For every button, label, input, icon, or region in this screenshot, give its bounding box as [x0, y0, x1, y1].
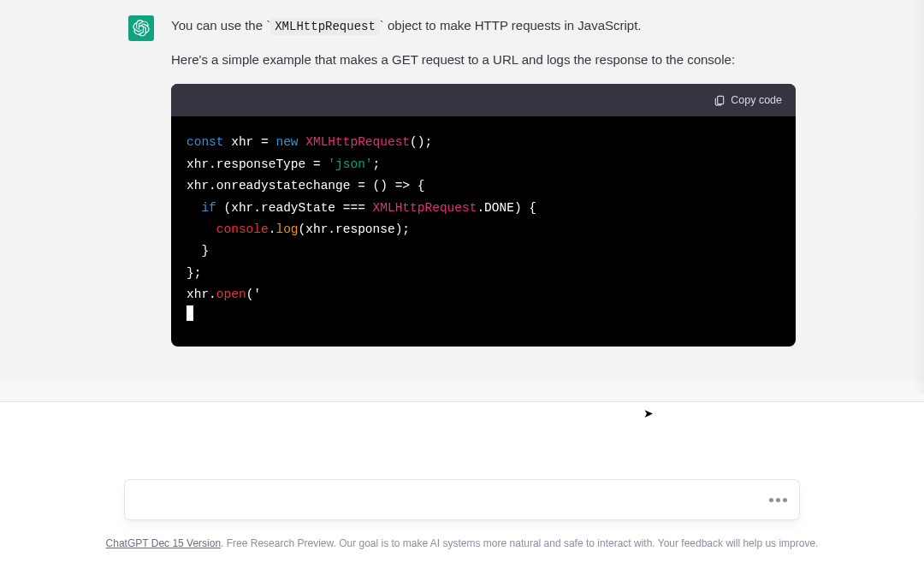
text-segment: object to make HTTP requests in JavaScri…	[384, 18, 642, 33]
code-block-header: Copy code	[171, 84, 796, 116]
assistant-message-row: You can use the `XMLHttpRequest` object …	[128, 15, 796, 347]
typing-cursor	[187, 305, 193, 321]
chat-input[interactable]	[124, 479, 800, 520]
scrollbar-track[interactable]	[914, 0, 924, 394]
message-paragraph-2: Here's a simple example that makes a GET…	[171, 50, 796, 70]
assistant-message-content: You can use the `XMLHttpRequest` object …	[171, 15, 796, 347]
disclaimer-text: . Free Research Preview. Our goal is to …	[221, 537, 818, 549]
inline-code: XMLHttpRequest	[270, 18, 380, 35]
assistant-avatar	[128, 15, 154, 41]
clipboard-icon	[714, 94, 726, 106]
footer-disclaimer: ChatGPT Dec 15 Version. Free Research Pr…	[34, 536, 890, 563]
copy-code-button[interactable]: Copy code	[714, 94, 782, 106]
version-link[interactable]: ChatGPT Dec 15 Version	[106, 537, 222, 549]
text-segment: You can use the	[171, 18, 266, 33]
conversation-area: You can use the `XMLHttpRequest` object …	[0, 0, 924, 381]
message-paragraph-1: You can use the `XMLHttpRequest` object …	[171, 15, 796, 36]
composer-area: ChatGPT Dec 15 Version. Free Research Pr…	[0, 401, 924, 563]
copy-code-label: Copy code	[731, 94, 782, 106]
openai-logo-icon	[133, 20, 150, 37]
svg-rect-0	[718, 97, 724, 104]
code-block: Copy code const xhr = new XMLHttpRequest…	[171, 84, 796, 346]
code-body[interactable]: const xhr = new XMLHttpRequest(); xhr.re…	[171, 116, 796, 346]
loading-dots-icon	[769, 498, 787, 502]
input-row	[116, 479, 808, 520]
